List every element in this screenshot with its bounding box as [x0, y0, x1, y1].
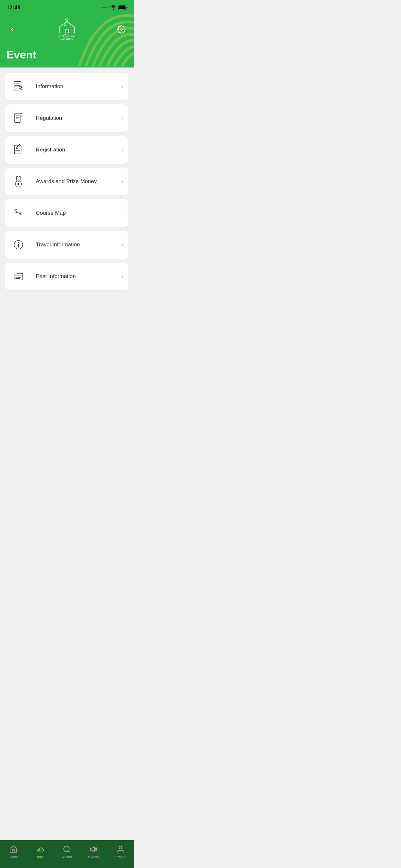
battery-icon [118, 5, 127, 10]
svg-rect-5 [14, 82, 21, 90]
travel-info-icon [10, 237, 27, 253]
status-time: 12:49 [6, 4, 20, 11]
divider [31, 207, 31, 219]
menu-item-awards[interactable]: 1 Awards and Prize Money › [5, 167, 128, 195]
chevron-right-icon: › [121, 210, 123, 217]
divider [31, 271, 31, 282]
menu-item-registration[interactable]: Registration › [5, 136, 128, 164]
course-map-icon [10, 205, 27, 221]
svg-point-19 [15, 210, 18, 212]
signal-dots-icon [101, 7, 109, 8]
divider [31, 144, 31, 156]
chevron-right-icon: › [121, 147, 123, 153]
svg-point-23 [18, 242, 19, 243]
divider [31, 113, 31, 124]
chevron-right-icon: › [121, 242, 123, 248]
svg-text:1: 1 [18, 182, 19, 186]
menu-item-course-map[interactable]: Course Map › [5, 199, 128, 227]
awards-icon: 1 [10, 174, 27, 190]
back-button[interactable] [6, 24, 18, 35]
regulation-icon [10, 110, 27, 126]
course-map-label: Course Map [36, 210, 121, 216]
registration-icon [10, 142, 27, 158]
chevron-right-icon: › [121, 178, 123, 185]
chevron-right-icon: › [121, 83, 123, 90]
travel-info-label: Travel Information [36, 242, 121, 248]
past-info-label: Past Information [36, 273, 121, 280]
menu-item-information[interactable]: Information › [5, 73, 128, 100]
page-title: Event [6, 49, 127, 61]
status-icons [101, 5, 127, 10]
information-label: Information [36, 83, 121, 90]
past-info-icon [10, 268, 27, 284]
menu-item-past-info[interactable]: Past Information › [5, 262, 128, 290]
wifi-icon [111, 5, 116, 10]
menu-item-regulation[interactable]: Regulation › [5, 104, 128, 132]
information-icon [10, 79, 27, 95]
registration-label: Registration [36, 147, 121, 153]
main-content: Information › Regulation › [0, 67, 134, 327]
svg-point-20 [20, 212, 22, 214]
svg-point-2 [66, 18, 68, 21]
menu-item-travel-info[interactable]: Travel Information › [5, 231, 128, 259]
divider [31, 176, 31, 187]
svg-rect-1 [119, 6, 125, 9]
divider [31, 239, 31, 251]
regulation-label: Regulation [36, 115, 121, 121]
chevron-right-icon: › [121, 273, 123, 280]
chevron-right-icon: › [121, 115, 123, 122]
awards-label: Awards and Prize Money [36, 178, 121, 185]
status-bar: 12:49 [0, 0, 134, 14]
header: MACAO INTERNATIONAL MARATHON Event [0, 14, 134, 67]
divider [31, 81, 31, 92]
